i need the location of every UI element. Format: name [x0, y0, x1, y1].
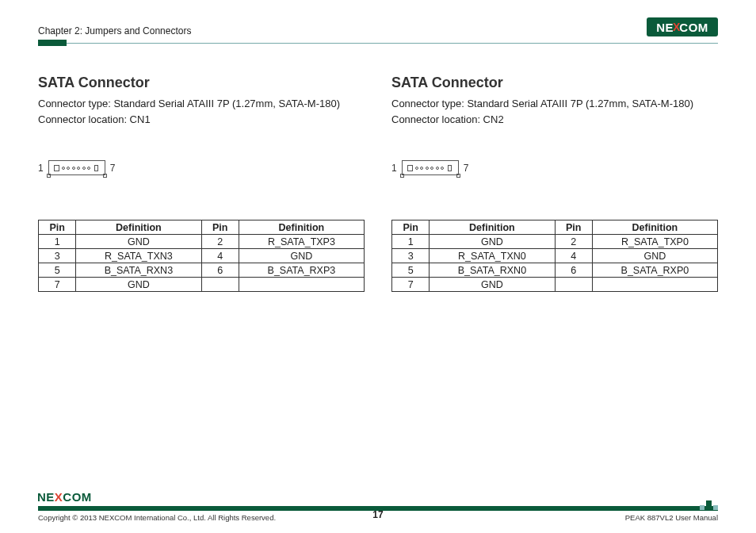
connector-type: Connector type: Standard Serial ATAIII 7…: [391, 96, 718, 112]
pin-label-right: 7: [464, 163, 469, 174]
th-definition: Definition: [592, 220, 717, 235]
page-footer: NEXCOM Copyright © 2013 NEXCOM Internati…: [0, 506, 756, 522]
connector-type: Connector type: Standard Serial ATAIII 7…: [38, 96, 365, 112]
cell-def: [239, 278, 364, 292]
cell-def: B_SATA_RXP0: [592, 263, 717, 278]
page-number: 17: [0, 509, 756, 520]
table-row: 1 GND 2 R_SATA_TXP0: [392, 235, 718, 249]
connector-pin-icon: [62, 167, 65, 170]
cell-pin: 4: [555, 249, 592, 263]
table-header-row: Pin Definition Pin Definition: [39, 220, 365, 235]
header-rule-accent: [38, 40, 67, 46]
cell-def: B_SATA_RXP3: [239, 263, 364, 278]
cell-pin: 1: [392, 235, 430, 249]
connector-location: Connector location: CN1: [38, 112, 365, 128]
cell-pin: [555, 278, 592, 292]
cell-pin: [201, 278, 239, 292]
connector-diagram: 1 7: [38, 160, 365, 175]
cell-pin: 3: [392, 249, 430, 263]
cell-def: R_SATA_TXN0: [430, 249, 555, 263]
section-cn2: SATA Connector Connector type: Standard …: [391, 75, 718, 292]
connector-diagram: 1 7: [391, 160, 718, 175]
table-row: 7 GND: [392, 278, 718, 292]
cell-def: GND: [592, 249, 717, 263]
connector-pin-icon: [77, 167, 80, 170]
logo-text-ne: NE: [656, 21, 674, 34]
connector-pin-icon: [67, 167, 70, 170]
th-pin: Pin: [39, 220, 76, 235]
table-row: 3 R_SATA_TXN3 4 GND: [39, 249, 365, 263]
connector-pin-icon: [426, 167, 429, 170]
th-pin: Pin: [555, 220, 592, 235]
th-pin: Pin: [201, 220, 239, 235]
cell-def: B_SATA_RXN3: [76, 263, 201, 278]
cell-def: R_SATA_TXN3: [76, 249, 201, 263]
section-title: SATA Connector: [391, 75, 718, 91]
footer-brand-logo: NEXCOM: [37, 490, 92, 504]
logo-text-com: COM: [679, 21, 708, 34]
section-cn1: SATA Connector Connector type: Standard …: [38, 75, 365, 292]
cell-def: B_SATA_RXN0: [430, 263, 555, 278]
pin-definition-table: Pin Definition Pin Definition 1 GND 2 R_…: [391, 220, 718, 292]
pin-label-left: 1: [391, 163, 397, 174]
cell-pin: 5: [392, 263, 430, 278]
logo-text-x: X: [55, 490, 63, 504]
table-row: 3 R_SATA_TXN0 4 GND: [392, 249, 718, 263]
section-title: SATA Connector: [38, 75, 365, 91]
pin-definition-table: Pin Definition Pin Definition 1 GND 2 R_…: [38, 220, 365, 292]
cell-def: GND: [430, 235, 555, 249]
table-header-row: Pin Definition Pin Definition: [392, 220, 718, 235]
cell-pin: 6: [201, 263, 239, 278]
table-row: 5 B_SATA_RXN0 6 B_SATA_RXP0: [392, 263, 718, 278]
header-rule-line: [67, 43, 718, 44]
th-definition: Definition: [239, 220, 364, 235]
connector-pin-icon: [436, 167, 439, 170]
connector-pin-icon: [82, 167, 86, 170]
cell-pin: 5: [39, 263, 76, 278]
cell-pin: 2: [555, 235, 592, 249]
cell-def: GND: [239, 249, 364, 263]
cell-pin: 7: [392, 278, 430, 292]
table-row: 1 GND 2 R_SATA_TXP3: [39, 235, 365, 249]
header-rule: [38, 40, 718, 46]
cell-def: GND: [76, 235, 201, 249]
th-definition: Definition: [430, 220, 555, 235]
pin-label-right: 7: [110, 163, 116, 174]
chapter-title: Chapter 2: Jumpers and Connectors: [38, 25, 191, 36]
pin-label-left: 1: [38, 163, 44, 174]
connector-end-icon: [94, 165, 98, 171]
th-pin: Pin: [392, 220, 430, 235]
cell-pin: 4: [201, 249, 239, 263]
cell-pin: 1: [39, 235, 76, 249]
connector-body-icon: [48, 160, 105, 175]
connector-pin-icon: [72, 167, 75, 170]
th-definition: Definition: [76, 220, 201, 235]
connector-location: Connector location: CN2: [391, 112, 718, 128]
logo-text-ne: NE: [37, 490, 55, 504]
cell-def: R_SATA_TXP0: [592, 235, 717, 249]
cell-pin: 7: [39, 278, 76, 292]
cell-pin: 3: [39, 249, 76, 263]
connector-pin-icon: [420, 167, 423, 170]
cell-def: GND: [76, 278, 201, 292]
connector-pin-icon: [430, 167, 433, 170]
content-columns: SATA Connector Connector type: Standard …: [38, 75, 718, 292]
page-header: Chapter 2: Jumpers and Connectors NE X C…: [38, 16, 718, 36]
brand-logo: NE X COM: [647, 17, 718, 36]
logo-text-com: COM: [63, 490, 92, 504]
cell-def: R_SATA_TXP3: [239, 235, 364, 249]
cell-def: GND: [430, 278, 555, 292]
cell-def: [592, 278, 717, 292]
connector-pin-icon: [441, 167, 444, 170]
cell-pin: 6: [555, 263, 592, 278]
connector-end-icon: [448, 165, 452, 171]
connector-key-icon: [54, 165, 59, 171]
table-row: 5 B_SATA_RXN3 6 B_SATA_RXP3: [39, 263, 365, 278]
cell-pin: 2: [201, 235, 239, 249]
connector-pin-icon: [415, 167, 418, 170]
connector-key-icon: [407, 165, 413, 171]
table-row: 7 GND: [39, 278, 365, 292]
connector-body-icon: [402, 160, 459, 175]
connector-pin-icon: [87, 167, 90, 170]
